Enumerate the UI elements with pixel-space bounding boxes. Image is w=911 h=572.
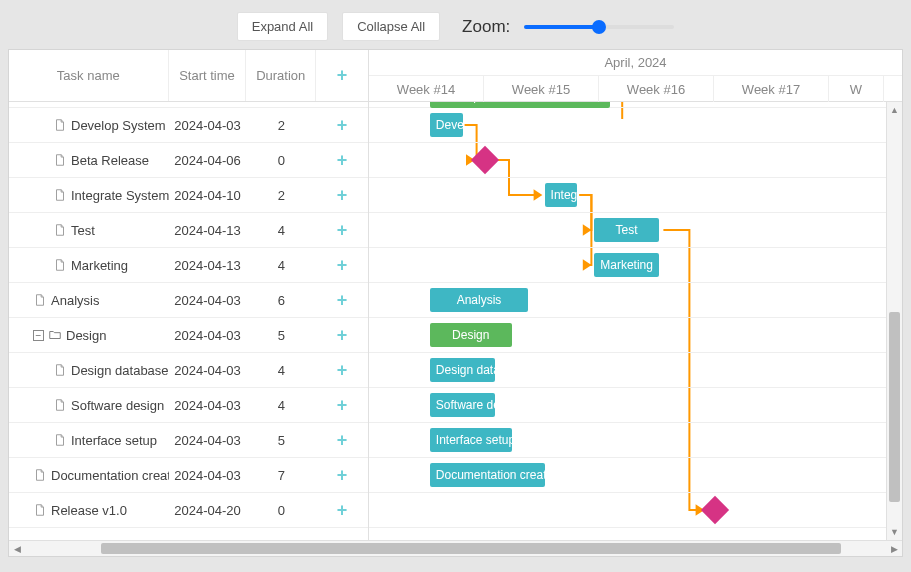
task-name: Release v1.0: [51, 503, 127, 518]
cell-task: − Design: [9, 328, 169, 343]
cell-start: 2024-04-03: [169, 363, 247, 378]
cell-add[interactable]: +: [316, 290, 368, 311]
scroll-down-icon[interactable]: ▼: [887, 524, 902, 540]
cell-add[interactable]: +: [316, 255, 368, 276]
cell-duration: 5: [246, 328, 316, 343]
task-bar-label: Analysis: [457, 293, 502, 307]
file-icon: [53, 223, 67, 237]
vertical-scroll-thumb[interactable]: [889, 312, 900, 502]
plus-icon: +: [337, 360, 348, 380]
cell-add[interactable]: +: [316, 430, 368, 451]
horizontal-scroll-thumb[interactable]: [101, 543, 841, 554]
gantt-grid: Task name Start time Duration + Develop …: [8, 49, 903, 557]
cell-task: Software design: [9, 398, 169, 413]
table-row[interactable]: Documentation creation2024-04-037+: [9, 458, 368, 493]
vertical-scrollbar[interactable]: ▲ ▼: [886, 102, 902, 540]
file-icon: [33, 468, 47, 482]
task-bar[interactable]: Design database: [430, 358, 496, 382]
cell-add[interactable]: +: [316, 185, 368, 206]
plus-icon: +: [337, 290, 348, 310]
cell-add[interactable]: +: [316, 500, 368, 521]
task-bar-label: Interface setup: [436, 433, 512, 447]
task-name: Beta Release: [71, 153, 149, 168]
cell-start: 2024-04-20: [169, 503, 247, 518]
cell-start: 2024-04-03: [169, 433, 247, 448]
header-duration[interactable]: Duration: [246, 50, 316, 101]
table-row[interactable]: Interface setup2024-04-035+: [9, 423, 368, 458]
zoom-slider[interactable]: [524, 20, 674, 34]
scroll-up-icon[interactable]: ▲: [887, 102, 902, 118]
plus-icon: +: [337, 325, 348, 345]
table-row[interactable]: Design database2024-04-034+: [9, 353, 368, 388]
scroll-left-icon[interactable]: ◀: [9, 541, 25, 556]
cell-start: 2024-04-03: [169, 328, 247, 343]
zoom-label: Zoom:: [462, 17, 510, 37]
cell-duration: 5: [246, 433, 316, 448]
task-name: Software design: [71, 398, 164, 413]
header-add[interactable]: +: [316, 50, 368, 101]
cell-duration: 2: [246, 118, 316, 133]
expand-all-button[interactable]: Expand All: [237, 12, 328, 41]
scroll-right-icon[interactable]: ▶: [886, 541, 902, 556]
plus-icon: +: [337, 150, 348, 170]
header-start[interactable]: Start time: [169, 50, 247, 101]
slider-fill: [524, 25, 599, 29]
gantt-app: Expand All Collapse All Zoom: Task name …: [8, 8, 903, 564]
cell-add[interactable]: +: [316, 115, 368, 136]
slider-thumb[interactable]: [592, 20, 606, 34]
cell-start: 2024-04-06: [169, 153, 247, 168]
collapse-icon[interactable]: −: [33, 330, 44, 341]
table-row[interactable]: Integrate System2024-04-102+: [9, 178, 368, 213]
timeline-body[interactable]: DevelopmentDevelop SystemIntegrate Syste…: [369, 102, 902, 556]
cell-add[interactable]: +: [316, 150, 368, 171]
file-icon: [33, 293, 47, 307]
cell-start: 2024-04-03: [169, 398, 247, 413]
plus-icon: +: [337, 115, 348, 135]
task-bar[interactable]: Integrate System: [545, 183, 578, 207]
plus-icon: +: [337, 500, 348, 520]
cell-add[interactable]: +: [316, 360, 368, 381]
cell-duration: 2: [246, 188, 316, 203]
task-bar[interactable]: Documentation creation: [430, 463, 545, 487]
table-row[interactable]: − Design2024-04-035+: [9, 318, 368, 353]
grid-body[interactable]: Develop System2024-04-032+ Beta Release2…: [9, 102, 368, 556]
collapse-all-button[interactable]: Collapse All: [342, 12, 440, 41]
plus-icon: +: [337, 220, 348, 240]
cell-task: Test: [9, 223, 169, 238]
task-name: Marketing: [71, 258, 128, 273]
cell-add[interactable]: +: [316, 220, 368, 241]
table-row[interactable]: Beta Release2024-04-060+: [9, 143, 368, 178]
table-row[interactable]: Software design2024-04-034+: [9, 388, 368, 423]
plus-icon: +: [337, 185, 348, 205]
task-bar[interactable]: Develop System: [430, 113, 463, 137]
table-row[interactable]: Marketing2024-04-134+: [9, 248, 368, 283]
cell-add[interactable]: +: [316, 325, 368, 346]
task-bar[interactable]: Marketing: [594, 253, 660, 277]
task-bar[interactable]: Interface setup: [430, 428, 512, 452]
cell-start: 2024-04-10: [169, 188, 247, 203]
table-row[interactable]: Test2024-04-134+: [9, 213, 368, 248]
cell-add[interactable]: +: [316, 465, 368, 486]
cell-task: Design database: [9, 363, 169, 378]
table-row[interactable]: Release v1.02024-04-200+: [9, 493, 368, 528]
file-icon: [53, 433, 67, 447]
cell-task: Interface setup: [9, 433, 169, 448]
plus-icon: +: [337, 430, 348, 450]
task-bar[interactable]: Analysis: [430, 288, 528, 312]
horizontal-scrollbar[interactable]: ◀ ▶: [9, 540, 902, 556]
task-bar-label: Marketing: [600, 258, 653, 272]
task-bar[interactable]: Test: [594, 218, 660, 242]
table-row[interactable]: Develop System2024-04-032+: [9, 108, 368, 143]
cell-add[interactable]: +: [316, 395, 368, 416]
timeline: April, 2024 Week #14Week #15Week #16Week…: [369, 50, 902, 556]
summary-bar[interactable]: Design: [430, 323, 512, 347]
task-bar[interactable]: Software design: [430, 393, 496, 417]
timeline-weeks: Week #14Week #15Week #16Week #17W: [369, 76, 902, 102]
task-name: Interface setup: [71, 433, 157, 448]
cell-duration: 4: [246, 258, 316, 273]
grid-header: Task name Start time Duration +: [9, 50, 368, 102]
task-name: Integrate System: [71, 188, 169, 203]
header-task[interactable]: Task name: [9, 50, 169, 101]
table-row[interactable]: Analysis2024-04-036+: [9, 283, 368, 318]
cell-duration: 4: [246, 223, 316, 238]
